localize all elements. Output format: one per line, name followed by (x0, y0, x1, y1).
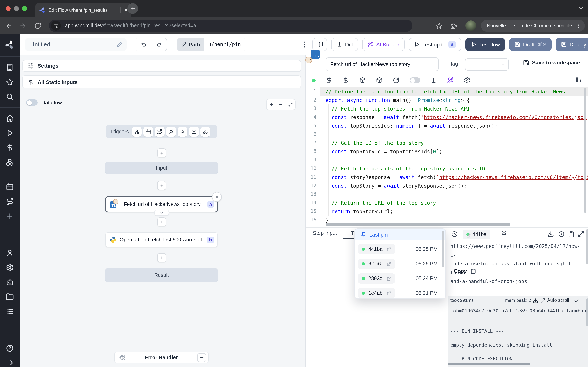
error-handler-node[interactable]: Error Handler (114, 351, 209, 363)
add-step-button[interactable] (157, 149, 166, 157)
trigger-binoculars-button[interactable] (201, 127, 210, 136)
tab-search-chevron-icon[interactable] (578, 5, 584, 11)
editor-toggle[interactable] (410, 77, 420, 83)
deploy-button[interactable]: Deploy (556, 38, 588, 51)
download-icon[interactable] (548, 231, 554, 237)
code-line-6[interactable]: 6 (306, 130, 588, 139)
docs-button[interactable] (312, 38, 327, 51)
editor-package-icon[interactable] (376, 77, 383, 83)
sidebar-item-building-icon[interactable] (6, 63, 14, 71)
add-error-handler-button[interactable] (197, 353, 206, 362)
external-link-icon[interactable] (387, 291, 391, 295)
trigger-mail-button[interactable] (189, 127, 199, 136)
add-step-button[interactable] (157, 253, 166, 262)
chrome-update-button[interactable]: Nouvelle version de Chrome disponible (481, 20, 585, 32)
sidebar-item-user-icon[interactable] (6, 249, 14, 257)
expand-logs-icon[interactable] (540, 298, 545, 303)
more-options-icon[interactable] (300, 40, 308, 49)
pin-hash-pill[interactable]: 441ba (358, 244, 395, 254)
pin-menu-item[interactable]: 2893d05:24 PM (355, 273, 445, 284)
profile-avatar[interactable] (466, 20, 476, 31)
window-minimize-button[interactable] (14, 6, 19, 11)
code-line-3[interactable]: 3 // Fetch the top stories from Hacker N… (306, 104, 588, 113)
expand-step-handle[interactable] (154, 210, 169, 216)
input-node[interactable]: Input (105, 162, 218, 174)
address-bar[interactable]: app.windmill.dev/flows/edit/u/henri/pin_… (49, 20, 412, 32)
pin-hash-pill[interactable]: 2893d (358, 273, 395, 284)
test-up-to-button[interactable]: Test up toa (409, 38, 461, 51)
sidebar-item-search-icon[interactable] (6, 92, 14, 101)
undo-button[interactable] (136, 38, 151, 51)
test-flow-button[interactable]: Test flow (465, 38, 505, 51)
code-line-4[interactable]: 4 const response = await fetch('https://… (306, 113, 588, 122)
edit-pencil-icon[interactable] (117, 42, 122, 47)
sidebar-item-dollar-icon[interactable] (6, 143, 14, 152)
log-vertical-scrollbar[interactable] (586, 299, 588, 326)
sidebar-item-play-icon[interactable] (6, 129, 14, 137)
result-scrollbar[interactable] (586, 229, 588, 264)
browser-tab[interactable]: Edit Flow u/henri/pin_results (35, 3, 131, 17)
pin-menu-item[interactable]: 1e4ab05:21 PM (355, 288, 445, 299)
path-chip[interactable]: Path u/henri/pin (177, 38, 245, 51)
sidebar-item-star-icon[interactable] (6, 78, 14, 86)
bookmark-star-icon[interactable] (436, 22, 443, 29)
sidebar-item-arrow-right-icon[interactable] (6, 359, 14, 367)
zoom-out-icon[interactable] (279, 102, 283, 107)
editor-refresh-icon[interactable] (393, 77, 399, 83)
add-step-button[interactable] (157, 181, 166, 190)
pin-hash-pill[interactable]: 1e4ab (358, 288, 395, 299)
sidebar-item-folder-icon[interactable] (6, 293, 14, 301)
ai-builder-button[interactable]: AI Builder (362, 38, 405, 51)
flow-name-box[interactable]: Untitled (25, 38, 127, 51)
info-icon[interactable] (558, 231, 565, 237)
pin-icon[interactable] (501, 230, 507, 236)
tab-step-input[interactable]: Step Input (313, 230, 337, 236)
editor-wand-icon[interactable] (447, 77, 454, 83)
code-line-8[interactable]: 8 const topStoryId = topStoriesIds[0]; (306, 147, 588, 156)
sidebar-item-gear-icon[interactable] (6, 263, 14, 272)
editor-package-icon[interactable] (359, 77, 366, 83)
clipboard-icon[interactable] (568, 231, 575, 237)
trigger-plug-button[interactable] (166, 127, 176, 136)
trigger-calendar-button[interactable] (144, 127, 153, 136)
diff-button[interactable]: Diff (331, 38, 358, 51)
result-hash-pill[interactable]: 441ba (463, 230, 490, 239)
sidebar-item-plus-icon[interactable] (6, 212, 14, 220)
code-horizontal-scrollbar[interactable] (326, 223, 510, 226)
code-line-1[interactable]: 1// Define the main function to fetch th… (306, 87, 588, 96)
code-line-12[interactable]: 12 const topStory = await storyResponse.… (306, 182, 588, 190)
pin-menu-item[interactable]: 441ba05:25 PM (355, 244, 445, 254)
trigger-webhook-button[interactable] (132, 127, 142, 136)
sidebar-item-boxes-icon[interactable] (6, 158, 14, 166)
history-icon[interactable] (451, 231, 458, 237)
code-line-7[interactable]: 7 // Get the ID of the top story (306, 139, 588, 147)
trigger-plug-zap-button[interactable] (178, 127, 188, 136)
remove-step-button[interactable] (212, 192, 222, 202)
pin-menu-item[interactable]: 6f1c605:25 PM (355, 259, 445, 269)
windmill-logo[interactable] (5, 40, 15, 50)
code-line-11[interactable]: 11 const storyResponse = await fetch(`ht… (306, 173, 588, 182)
add-step-button[interactable] (157, 217, 166, 226)
reload-icon[interactable] (34, 22, 41, 29)
result-node[interactable]: Result (105, 268, 218, 282)
forward-icon[interactable] (19, 22, 26, 29)
settings-row[interactable]: Settings (22, 60, 301, 72)
editor-gear-icon[interactable] (464, 77, 470, 83)
code-line-14[interactable]: 14 // Return the URL of the top story (306, 199, 588, 207)
sidebar-item-calendar-icon[interactable] (6, 183, 14, 191)
external-link-icon[interactable] (387, 247, 391, 251)
extensions-icon[interactable] (450, 22, 457, 29)
dataflow-toggle[interactable] (26, 100, 38, 106)
window-close-button[interactable] (6, 6, 11, 11)
last-pin-option[interactable]: Last pin (355, 229, 445, 240)
auto-scroll-checkbox[interactable] (574, 298, 579, 303)
library-icon[interactable] (575, 77, 581, 83)
new-tab-button[interactable] (127, 3, 138, 14)
step-name-input[interactable] (326, 58, 439, 71)
tab-test-partial[interactable]: T (351, 230, 354, 236)
code-editor[interactable]: 1// Define the main function to fetch th… (306, 86, 588, 227)
site-info-icon[interactable] (53, 23, 59, 28)
code-line-13[interactable]: 13 (306, 190, 588, 199)
copy-button[interactable]: Copy (454, 268, 476, 274)
fit-view-icon[interactable] (288, 102, 293, 107)
